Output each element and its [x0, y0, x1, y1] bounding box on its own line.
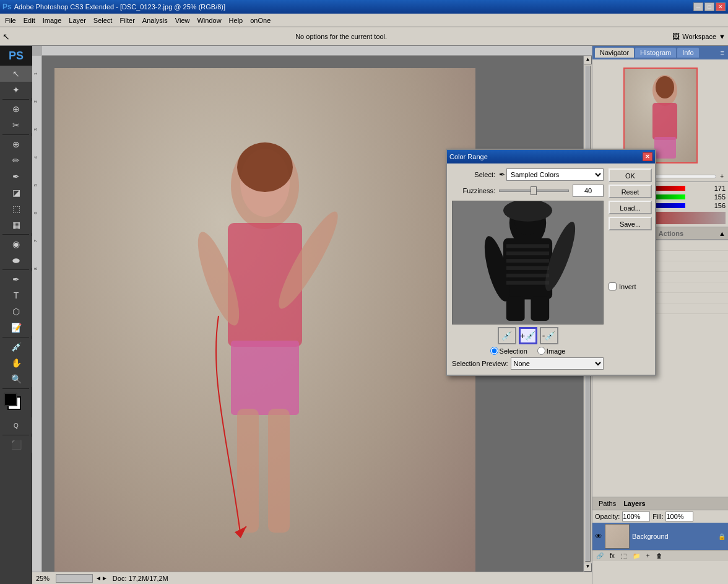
panel-options-button[interactable]: ≡ — [719, 48, 726, 58]
r-value: 171 — [704, 185, 726, 192]
ps-logo-text: PS — [9, 50, 24, 63]
menu-onone[interactable]: onOne — [246, 15, 274, 25]
foreground-color-swatch[interactable] — [4, 393, 17, 406]
ok-button[interactable]: OK — [609, 168, 652, 182]
tool-blur[interactable]: ◉ — [0, 236, 32, 252]
tool-hand[interactable]: ✋ — [0, 355, 32, 371]
fuzziness-track — [499, 190, 569, 192]
tool-separator-7 — [2, 435, 29, 435]
svg-rect-48 — [531, 296, 549, 321]
tool-shape[interactable]: ⬡ — [0, 303, 32, 320]
tool-dodge[interactable]: ⬬ — [0, 252, 32, 268]
layers-mask-button[interactable]: ⬚ — [618, 552, 629, 560]
fuzziness-slider-container — [499, 186, 569, 196]
layer-background[interactable]: 👁 Background 🔒 — [592, 523, 728, 550]
layers-new-button[interactable]: + — [644, 552, 652, 560]
tool-gradient[interactable]: ▦ — [0, 217, 32, 233]
scroll-down-button[interactable]: ▼ — [584, 563, 592, 572]
tool-history[interactable]: ◪ — [0, 185, 32, 201]
svg-rect-40 — [652, 103, 677, 140]
nav-arrow-right[interactable]: ► — [102, 575, 108, 582]
layers-link-button[interactable]: 🔗 — [594, 552, 606, 560]
tool-text[interactable]: T — [0, 287, 32, 303]
tool-quickmask[interactable]: Q — [0, 417, 32, 434]
menu-analysis[interactable]: Analysis — [139, 15, 171, 25]
dialog-close-button[interactable]: ✕ — [643, 152, 652, 161]
menu-file[interactable]: File — [1, 15, 20, 25]
tool-separator-6 — [2, 388, 29, 389]
tool-clone[interactable]: ✒ — [0, 168, 32, 185]
eyedropper-add-button[interactable]: 💉 — [498, 327, 516, 344]
layers-panel: Opacity: Fill: 👁 Background 🔒 🔗 fx ⬚ 📁 +… — [592, 510, 728, 584]
eyedropper-subtract-button[interactable]: -💉 — [540, 327, 558, 344]
image-radio-label[interactable]: Image — [537, 347, 566, 355]
tab-info[interactable]: Info — [677, 48, 698, 58]
svg-text:4: 4 — [33, 156, 38, 159]
close-button[interactable]: ✕ — [716, 2, 726, 11]
eyedropper-active-button[interactable]: +💉 — [519, 327, 537, 344]
tool-eraser[interactable]: ⬚ — [0, 201, 32, 217]
menu-layer[interactable]: Layer — [65, 15, 90, 25]
fuzziness-thumb[interactable] — [531, 186, 537, 195]
collapse-arrow: ▲ — [719, 230, 726, 237]
opacity-input[interactable] — [622, 512, 650, 521]
tab-navigator[interactable]: Navigator — [595, 48, 634, 58]
menu-edit[interactable]: Edit — [20, 15, 39, 25]
select-dropdown[interactable]: Sampled Colors Reds Greens Blues Cyans M… — [506, 168, 604, 181]
reset-button[interactable]: Reset — [609, 185, 652, 198]
tab-paths[interactable]: Paths — [595, 500, 620, 507]
tool-lasso[interactable]: ⊕ — [0, 101, 32, 117]
svg-rect-18 — [32, 56, 42, 572]
menu-view[interactable]: View — [171, 15, 194, 25]
tool-pen[interactable]: ✒ — [0, 271, 32, 287]
tool-notes[interactable]: 📝 — [0, 320, 32, 336]
menu-help[interactable]: Help — [225, 15, 247, 25]
tool-selection[interactable]: ↖ — [0, 66, 32, 82]
tool-brush[interactable]: ✏ — [0, 152, 32, 168]
tool-eyedropper[interactable]: 💉 — [0, 339, 32, 355]
fuzziness-input[interactable] — [573, 185, 604, 197]
scroll-up-button[interactable]: ▲ — [584, 56, 592, 64]
toolbar: ↖ No options for the current tool. 🖼 Wor… — [0, 27, 728, 46]
document-canvas[interactable] — [54, 68, 475, 572]
menu-image[interactable]: Image — [39, 15, 66, 25]
layers-fx-button[interactable]: fx — [607, 552, 617, 560]
tab-layers[interactable]: Layers — [620, 500, 649, 507]
invert-checkbox[interactable] — [609, 282, 617, 290]
fill-input[interactable] — [665, 512, 693, 521]
tool-screenmode[interactable]: ⬛ — [0, 437, 32, 453]
canvas-scrollbar-h[interactable] — [56, 574, 93, 583]
color-range-preview — [452, 201, 604, 325]
tool-zoom[interactable]: 🔍 — [0, 371, 32, 387]
workspace-dropdown-arrow[interactable]: ▼ — [719, 33, 726, 40]
tool-crop[interactable]: ✂ — [0, 117, 32, 133]
zoom-in-button[interactable]: + — [718, 172, 726, 180]
menu-window[interactable]: Window — [193, 15, 225, 25]
image-radio[interactable] — [537, 347, 545, 355]
ruler-top: 1 2 3 4 5 6 7 8 9 10 11 12 13 14 15 16 — [32, 46, 592, 56]
tool-separator-4 — [2, 269, 29, 270]
save-button[interactable]: Save... — [609, 217, 652, 230]
selection-radio-label[interactable]: Selection — [490, 347, 527, 355]
selection-preview-dropdown[interactable]: None Grayscale Black Matte White Matte Q… — [511, 357, 604, 370]
svg-rect-41 — [654, 137, 676, 159]
selection-preview-row: Selection Preview: None Grayscale Black … — [452, 357, 604, 370]
nav-arrow[interactable]: ◄ — [95, 575, 102, 582]
tab-histogram[interactable]: Histogram — [635, 48, 676, 58]
minimize-button[interactable]: ─ — [693, 2, 703, 11]
color-swatches[interactable] — [4, 393, 28, 415]
titlebar-controls[interactable]: ─ □ ✕ — [693, 2, 726, 11]
layer-visibility-icon[interactable]: 👁 — [595, 532, 602, 541]
tool-move[interactable]: ✦ — [0, 82, 32, 98]
layers-group-button[interactable]: 📁 — [630, 552, 643, 560]
dialog-titlebar: Color Range ✕ — [447, 150, 655, 163]
load-button[interactable]: Load... — [609, 201, 652, 214]
menu-select[interactable]: Select — [90, 15, 116, 25]
menu-filter[interactable]: Filter — [116, 15, 138, 25]
svg-text:5: 5 — [33, 184, 38, 186]
maximize-button[interactable]: □ — [704, 2, 714, 11]
thumbnail-bg — [625, 69, 696, 162]
selection-radio[interactable] — [490, 347, 498, 355]
tool-healing[interactable]: ⊕ — [0, 136, 32, 152]
layers-delete-button[interactable]: 🗑 — [654, 552, 665, 560]
